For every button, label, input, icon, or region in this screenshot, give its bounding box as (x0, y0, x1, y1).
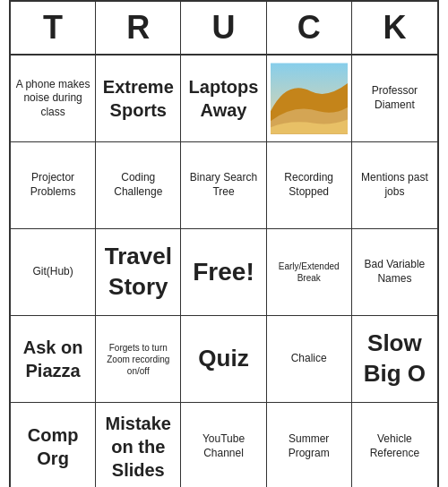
bingo-cell[interactable]: Bad Variable Names (352, 229, 437, 316)
bingo-cell[interactable]: Early/Extended Break (267, 229, 352, 316)
cell-text: Professor Diament (356, 84, 434, 112)
bingo-cell[interactable]: Mentions past jobs (352, 142, 437, 229)
cell-text: Summer Program (271, 432, 348, 460)
header-row: TRUCK (11, 2, 437, 56)
cell-text: Extreme Sports (99, 75, 177, 122)
header-letter: U (181, 2, 266, 54)
bingo-cell[interactable]: Quiz (181, 316, 266, 403)
bingo-cell[interactable]: Coding Challenge (96, 142, 181, 229)
cell-text: Forgets to turn Zoom recording on/off (99, 342, 177, 377)
bingo-grid: A phone makes noise during classExtreme … (11, 56, 437, 487)
bingo-cell[interactable]: Ask on Piazza (11, 316, 96, 403)
bingo-cell[interactable]: Slow Big O (352, 316, 437, 403)
bingo-cell[interactable]: Laptops Away (181, 56, 266, 142)
bingo-cell[interactable]: Comp Org (11, 403, 96, 487)
bingo-cell[interactable]: Git(Hub) (11, 229, 96, 316)
bingo-cell[interactable]: Free! (181, 229, 266, 316)
header-letter: C (267, 2, 352, 54)
cell-text: Mentions past jobs (356, 171, 434, 199)
header-letter: K (352, 2, 437, 54)
cell-text: YouTube Channel (185, 432, 262, 460)
cell-text: Comp Org (14, 423, 91, 470)
cell-text: Projector Problems (14, 171, 91, 199)
header-letter: R (96, 2, 181, 54)
cell-text: Chalice (291, 352, 327, 366)
cell-text: Ask on Piazza (14, 336, 91, 382)
bingo-cell[interactable]: Recording Stopped (267, 142, 352, 229)
bingo-cell[interactable]: A phone makes noise during class (11, 56, 96, 142)
cell-text: Mistake on the Slides (99, 412, 177, 482)
cell-text: Quiz (198, 344, 248, 374)
cell-text: Slow Big O (356, 329, 434, 389)
bingo-cell[interactable]: Forgets to turn Zoom recording on/off (96, 316, 181, 403)
cell-text: Coding Challenge (99, 171, 177, 199)
cell-text: A phone makes noise during class (14, 78, 91, 120)
bingo-cell[interactable]: Binary Search Tree (181, 142, 266, 229)
cell-text: Early/Extended Break (271, 261, 348, 284)
cell-text: Laptops Away (185, 75, 262, 122)
bingo-cell[interactable]: Travel Story (96, 229, 181, 316)
cell-text: Git(Hub) (32, 265, 73, 279)
bingo-cell[interactable]: Professor Diament (352, 56, 437, 142)
bingo-cell[interactable]: Extreme Sports (96, 56, 181, 142)
bingo-cell[interactable] (267, 56, 352, 142)
cell-text: Binary Search Tree (185, 171, 262, 199)
bingo-cell[interactable]: Mistake on the Slides (96, 403, 181, 487)
cell-text: Vehicle Reference (356, 432, 434, 460)
bingo-cell[interactable]: Vehicle Reference (352, 403, 437, 487)
cell-text: Recording Stopped (271, 171, 348, 199)
bingo-card: TRUCK A phone makes noise during classEx… (9, 0, 439, 487)
bingo-cell[interactable]: Projector Problems (11, 142, 96, 229)
cell-text: Free! (193, 256, 254, 288)
bingo-cell[interactable]: Summer Program (267, 403, 352, 487)
bingo-cell[interactable]: Chalice (267, 316, 352, 403)
cell-text: Travel Story (99, 242, 177, 303)
header-letter: T (11, 2, 96, 54)
desert-image (271, 59, 348, 138)
cell-text: Bad Variable Names (356, 258, 434, 286)
bingo-cell[interactable]: YouTube Channel (181, 403, 266, 487)
